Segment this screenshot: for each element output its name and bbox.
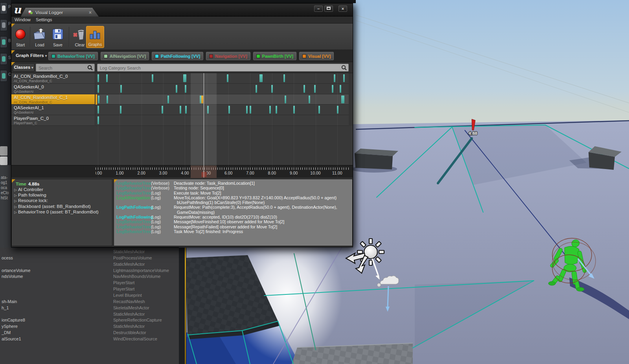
- mode-icon[interactable]: [0, 70, 7, 82]
- graph-filters-dropdown[interactable]: Graph Filters ▾: [16, 53, 47, 58]
- close-button[interactable]: ×: [338, 6, 347, 12]
- event-bar[interactable]: [228, 106, 230, 114]
- content-browser-stub[interactable]: [0, 156, 7, 165]
- outliner-actor-name[interactable]: ocess: [2, 256, 13, 260]
- outliner-actor-name[interactable]: _DM: [2, 330, 11, 335]
- event-bar[interactable]: [97, 74, 99, 82]
- log-entry-line[interactable]: LogBehaviorTree(Verbose)Deactivate node:…: [114, 181, 352, 186]
- menu-settings[interactable]: Settings: [36, 17, 52, 22]
- event-bar[interactable]: [97, 85, 99, 93]
- timeline-rows[interactable]: AI_CON_RandomBot_C_0AI_CON_RandomBot_CQA…: [11, 73, 353, 126]
- details-tree-item[interactable]: ▷BehaviorTree 0 (asset: BT_RandomBot): [14, 210, 112, 215]
- classes-dropdown[interactable]: Classes ▾: [13, 63, 35, 72]
- timeline-row-label[interactable]: QASeekerAI_0QASeekerAI: [11, 84, 95, 94]
- event-bar[interactable]: [97, 116, 99, 124]
- mode-icon[interactable]: [0, 36, 7, 48]
- minimize-button[interactable]: –: [314, 6, 323, 12]
- event-bar[interactable]: [341, 96, 344, 103]
- outliner-actor-name[interactable]: ionCapture8: [2, 318, 25, 322]
- outliner-actor-name[interactable]: ortanceVolume: [2, 268, 30, 273]
- expand-arrow-icon[interactable]: ▷: [14, 205, 17, 209]
- event-bar[interactable]: [106, 74, 108, 82]
- event-bar[interactable]: [337, 106, 338, 114]
- outliner-actor-name[interactable]: sh-Main: [2, 299, 17, 304]
- start-button[interactable]: Start: [11, 26, 29, 48]
- filter-chip-behaviortree[interactable]: BehaviorTree [VV]: [48, 52, 98, 60]
- filter-chip-navigation[interactable]: Navigation [VV]: [206, 52, 250, 60]
- event-bar[interactable]: [250, 106, 251, 114]
- filter-chip-ainavigation[interactable]: AINavigation [VV]: [101, 52, 149, 60]
- event-bar[interactable]: [276, 106, 277, 114]
- current-time-scrub-marker[interactable]: [201, 172, 207, 177]
- event-bar[interactable]: [285, 96, 286, 103]
- log-entry-line[interactable]: LogBehaviorTree(Log)Execute task: Move T…: [114, 191, 352, 195]
- event-bar[interactable]: [97, 106, 99, 114]
- visual-logger-window[interactable]: u Visual Logger × – × Window Settings St…: [11, 3, 353, 247]
- event-bar[interactable]: [185, 106, 187, 114]
- content-browser-stub[interactable]: [0, 146, 7, 156]
- timeline-row-track[interactable]: [96, 94, 349, 105]
- event-bar[interactable]: [318, 106, 320, 114]
- title-bar[interactable]: u Visual Logger × – ×: [11, 4, 353, 17]
- details-tree-item[interactable]: ▷Resource lock:: [14, 198, 112, 204]
- event-bar[interactable]: [293, 106, 295, 114]
- load-button[interactable]: Load: [31, 26, 49, 48]
- event-bar[interactable]: [183, 74, 186, 82]
- event-bar[interactable]: [283, 74, 285, 82]
- expand-arrow-icon[interactable]: ▷: [14, 199, 17, 203]
- details-panel[interactable]: Time4.88s ▷AI Controller▷Path following▷…: [11, 179, 112, 246]
- outliner-actor-name[interactable]: ySphere: [2, 324, 18, 329]
- event-bar[interactable]: [246, 106, 248, 114]
- event-bar[interactable]: [303, 85, 305, 93]
- event-bar[interactable]: [167, 96, 169, 103]
- event-bar[interactable]: [314, 85, 316, 93]
- timeline-row-label[interactable]: AI_CON_RandomBot_C_1AI_CON_RandomBot_C: [11, 94, 95, 105]
- log-entry-line[interactable]: LogBehaviorTree(Log)Task Move To[2] fini…: [114, 229, 352, 234]
- log-entry-line[interactable]: LogPathFollowing(Log)RequestMove: accept…: [114, 215, 352, 219]
- event-bar[interactable]: [180, 106, 181, 114]
- event-bar[interactable]: [120, 106, 121, 114]
- event-bar[interactable]: [332, 85, 333, 93]
- expand-arrow-icon[interactable]: ▷: [14, 210, 17, 214]
- filter-chip-pathfollowing[interactable]: PathFollowing [VV]: [152, 52, 203, 60]
- tab-close-icon[interactable]: ×: [89, 10, 92, 15]
- expand-arrow-icon[interactable]: ▷: [14, 193, 17, 197]
- timeline-grid-area[interactable]: [11, 126, 353, 165]
- timeline-row-track[interactable]: [96, 105, 349, 115]
- log-entry-line[interactable]: GameData(missing): [114, 210, 352, 215]
- timeline-row-label[interactable]: QASeekerAI_1QASeekerAI: [11, 105, 95, 115]
- timeline-row-track[interactable]: [96, 84, 349, 94]
- outliner-actor-name[interactable]: ndsVolume: [2, 274, 23, 279]
- details-tree-item[interactable]: ▷Blackboard (asset: BB_RandomBot): [14, 204, 112, 210]
- world-outliner[interactable]: StaticMeshActorocessPostProcessVolumeSta…: [0, 248, 179, 364]
- filter-chip-visual[interactable]: Visual [VV]: [299, 52, 334, 60]
- mode-icon[interactable]: [0, 53, 7, 65]
- filter-chip-pawnbirth[interactable]: PawnBirth [VV]: [253, 52, 296, 60]
- log-panel[interactable]: LogBehaviorTree(Verbose)Deactivate node:…: [114, 179, 353, 246]
- timeline-row-label[interactable]: AI_CON_RandomBot_C_0AI_CON_RandomBot_C: [11, 73, 95, 84]
- save-button[interactable]: Save: [49, 26, 67, 48]
- event-bar[interactable]: [207, 106, 209, 114]
- tab-visual-logger[interactable]: Visual Logger ×: [21, 8, 99, 17]
- details-tree-item[interactable]: ▷AI Controller: [14, 187, 112, 193]
- event-bar[interactable]: [256, 85, 257, 93]
- log-category-search-input[interactable]: [97, 64, 348, 72]
- timeline-row-track[interactable]: [96, 115, 349, 126]
- event-bar[interactable]: [340, 85, 341, 93]
- timeline-row-track[interactable]: [96, 73, 349, 84]
- event-bar[interactable]: [271, 85, 273, 93]
- event-bar[interactable]: [107, 96, 108, 103]
- search-input[interactable]: [36, 64, 94, 72]
- event-bar[interactable]: [162, 106, 163, 114]
- event-bar[interactable]: [98, 96, 99, 103]
- graphs-button[interactable]: Graphs: [86, 26, 104, 48]
- event-bar[interactable]: [227, 74, 228, 82]
- event-bar[interactable]: [259, 74, 263, 82]
- event-bar[interactable]: [152, 74, 153, 82]
- event-bar[interactable]: [309, 96, 310, 103]
- details-tree-item[interactable]: ▷Path following: [14, 193, 112, 198]
- log-entry-line[interactable]: LogPathFollowing(Log)RequestMove: Path(c…: [114, 205, 352, 210]
- event-bar[interactable]: [269, 106, 271, 114]
- timeline-row-label[interactable]: PlayerPawn_C_0PlayerPawn_C: [11, 115, 95, 126]
- event-bar[interactable]: [120, 85, 122, 93]
